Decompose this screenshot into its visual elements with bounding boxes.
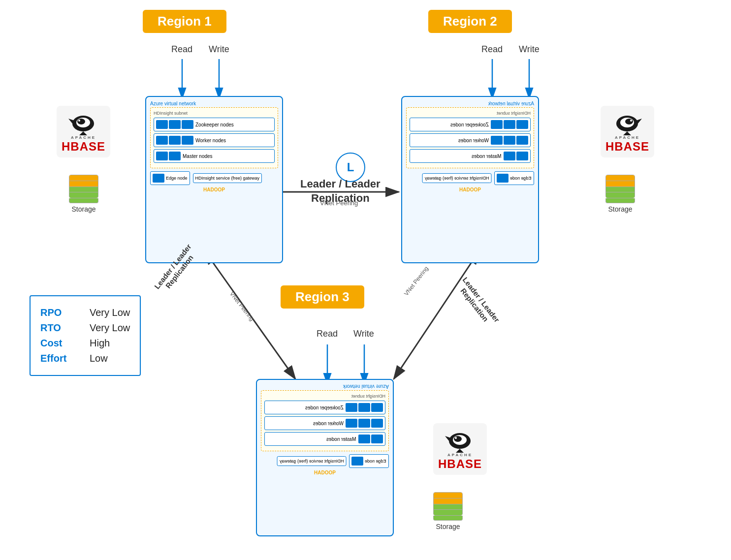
worker-row: Worker nodes xyxy=(154,133,275,147)
info-box: RPO Very Low RTO Very Low Cost High Effo… xyxy=(30,295,141,376)
region3-master-row: Master nodes xyxy=(264,432,385,446)
region2-cluster: Azure virtual network HDInsight subnet Z… xyxy=(401,96,539,263)
gateway-box: HDInsight service (free) gateway xyxy=(193,173,262,183)
region2-zookeeper-row: Zookeeper nodes xyxy=(410,118,531,131)
storage-icon-region1: Storage xyxy=(69,175,98,213)
svg-marker-22 xyxy=(623,131,631,135)
orca-icon-region2 xyxy=(611,110,643,135)
orca-icon-region1 xyxy=(67,110,99,135)
svg-point-29 xyxy=(455,437,457,439)
region2-badge: Region 2 xyxy=(428,10,512,33)
svg-point-20 xyxy=(625,119,633,124)
region1-badge: Region 1 xyxy=(143,10,226,33)
leader-leader-right-label: Leader / Leader Replication xyxy=(454,276,501,329)
region1-cluster: Azure virtual network HDInsight subnet Z… xyxy=(145,96,283,263)
hbase-logo-region3: APACHE HBASE xyxy=(433,423,487,475)
region3-read-label: Read xyxy=(317,329,338,339)
region1-write-label: Write xyxy=(209,44,229,55)
storage-icon-region3: Storage xyxy=(433,492,463,530)
region3-write-label: Write xyxy=(353,329,374,339)
hadoop-label1: HADOOP xyxy=(150,187,278,192)
region2-master-row: Master nodes xyxy=(410,149,531,163)
region1-read-label: Read xyxy=(171,44,192,55)
hadoop-label2: HADOOP xyxy=(406,187,534,192)
effort-row: Effort Low xyxy=(40,353,130,364)
region3-edge-row: Edge node xyxy=(349,454,389,468)
region2-worker-row: Worker nodes xyxy=(410,133,531,147)
region3-badge: Region 3 xyxy=(281,285,364,309)
orca-icon-region3 xyxy=(444,427,476,453)
region2-edge-row: Edge node xyxy=(494,171,534,185)
vnet-peering-center-label: VNet Peering xyxy=(320,199,358,207)
svg-line-11 xyxy=(394,261,473,379)
diagram-container: Region 1 Region 2 Region 3 Read Write Re… xyxy=(0,0,731,560)
rto-row: RTO Very Low xyxy=(40,322,130,334)
master-label: Master nodes xyxy=(183,154,213,159)
hbase-logo-region2: APACHE HBASE xyxy=(601,106,654,157)
svg-point-26 xyxy=(454,436,462,442)
vnet-peering-right-label: VNet Peering xyxy=(403,265,430,297)
master-row: Master nodes xyxy=(154,149,275,163)
region3-worker-row: Worker nodes xyxy=(264,416,385,430)
svg-line-10 xyxy=(212,261,295,379)
region3-cluster: Azure virtual network HDInsight subnet Z… xyxy=(256,379,394,536)
edge-row: Edge node xyxy=(150,171,190,185)
region2-write-label: Write xyxy=(519,44,540,55)
rpo-row: RPO Very Low xyxy=(40,307,130,318)
zookeeper-label: Zookeeper nodes xyxy=(195,122,234,127)
region2-read-label: Read xyxy=(481,44,503,55)
svg-marker-28 xyxy=(456,449,464,453)
hadoop-label3: HADOOP xyxy=(261,470,389,475)
hbase-logo-region1: APACHE HBASE xyxy=(57,106,110,157)
svg-point-17 xyxy=(78,120,80,122)
svg-marker-16 xyxy=(79,131,87,135)
svg-point-14 xyxy=(77,119,85,124)
cost-row: Cost High xyxy=(40,338,130,349)
worker-label: Worker nodes xyxy=(195,138,226,143)
region3-zookeeper-row: Zookeeper nodes xyxy=(264,401,385,414)
region3-gateway-box: HDInsight service (free) gateway xyxy=(277,456,347,466)
storage-icon-region2: Storage xyxy=(605,175,635,213)
vnet-peering-left-label: VNet Peering xyxy=(228,290,255,322)
region2-gateway-box: HDInsight service (free) gateway xyxy=(422,173,492,183)
svg-point-23 xyxy=(630,120,632,122)
zookeeper-row: Zookeeper nodes xyxy=(154,118,275,131)
